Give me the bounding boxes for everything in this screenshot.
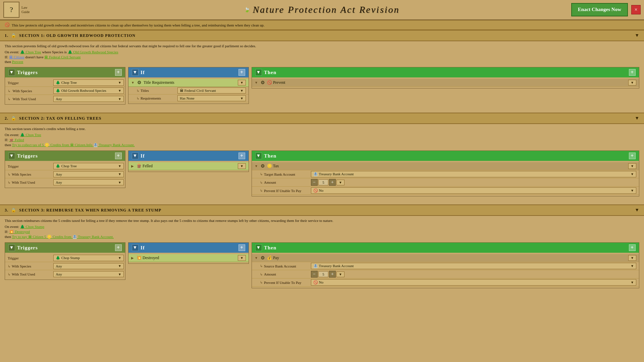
topbar: ? Law Guide 🍃 Nature Protection Act Revi… — [0, 0, 644, 20]
section-1-event3: then Prevent — [5, 60, 639, 64]
section-2-triggers-add[interactable]: + — [115, 153, 122, 159]
section-2-triggers-label: Triggers — [17, 153, 38, 159]
enact-changes-button[interactable]: Enact Changes Now — [571, 3, 628, 16]
section-2-triggers-panel: ▼ Triggers + Trigger 🌲 Chop Tree ▼ — [5, 150, 125, 188]
section-3-then-sub-2: ↳ Prevent If Unable To Pay 🚫 No ▼ — [252, 279, 639, 287]
section-1-triggers-collapse[interactable]: ▼ — [8, 69, 15, 76]
section-1-then-action-header-0: ▼ ⚙ 🚫 Prevent ▼ — [252, 79, 639, 87]
section-2-triggers-header: ▼ Triggers + — [5, 151, 125, 161]
page-title-area: 🍃 Nature Protection Act Revision — [244, 4, 399, 15]
section-3-then-body: ▼ ⚙ 💰 Pay ▼ ↳ Source Bank Account — [252, 253, 639, 288]
section-2-if-add[interactable]: + — [238, 153, 245, 159]
section-3-stepper-plus[interactable]: + — [329, 271, 336, 278]
section-1-if-sub-val-0-1[interactable]: Has None ▼ — [177, 95, 246, 101]
section-2-title: Section 2: Tax On Felling Trees — [19, 116, 101, 121]
logo-box[interactable]: ? — [3, 2, 19, 18]
section-3-then-add[interactable]: + — [629, 244, 636, 251]
section-3-triggers-add[interactable]: + — [115, 244, 122, 251]
section-3-then-action-dropdown[interactable]: ▼ — [628, 255, 636, 261]
section-2-stepper: − 5 + ▼ — [311, 179, 344, 186]
section-1-trigger-val-2[interactable]: Any ▼ — [53, 96, 124, 102]
scroll-area[interactable]: 🚫 This law protects old growth redwoods … — [0, 20, 644, 362]
section-3-if-cond-label: 💥 Destroyed — [137, 255, 159, 260]
section-3-if-collapse[interactable]: ▼ — [132, 244, 139, 251]
section-2-num: 2. — [5, 116, 8, 121]
section-2-amount-dropdown[interactable]: ▼ — [336, 180, 344, 185]
section-2-if-panel: ▼ If + ▶ 🪵 Felled ▼ — [128, 150, 249, 172]
section-3-if-cond-dropdown[interactable]: ▼ — [238, 255, 246, 261]
section-2-if-collapse[interactable]: ▼ — [132, 153, 139, 159]
section-2-then-add[interactable]: + — [629, 153, 636, 159]
section-1-then-add[interactable]: + — [629, 69, 636, 76]
section-3-triggers-label: Triggers — [17, 245, 38, 251]
section-2-trigger-val-1[interactable]: Any ▼ — [53, 171, 124, 177]
section-1-if-cond-header-0: ▼ ⚙ Title Requirements ▼ — [128, 79, 249, 87]
section-3-trigger-val-1[interactable]: Any ▼ — [53, 263, 124, 269]
section-1-if-cond-dropdown-0[interactable]: ▼ — [238, 80, 246, 85]
section-2-then-collapse[interactable]: ▼ — [255, 153, 262, 159]
dropdown-arrow-0: ▼ — [118, 81, 121, 84]
section-3-then-sub-1: ↳ Amount − 5 + ▼ — [252, 270, 639, 279]
section-3-then-panel: ▼ Then + ▼ ⚙ 💰 Pay ▼ — [252, 242, 639, 288]
section-3-triggers-collapse[interactable]: ▼ — [8, 244, 15, 251]
section-2-then-sub-val-0[interactable]: 🏦 Treasury Bank Account ▼ — [311, 171, 636, 177]
section-3-header[interactable]: 3. 🔒 Section 3: Reimburse Tax When Remov… — [0, 204, 644, 216]
section-3-amount-dropdown[interactable]: ▼ — [336, 272, 344, 277]
section-1-trigger-text-1: 🌲 Old Growth Redwood Species — [56, 88, 106, 93]
section-3-stepper-minus[interactable]: − — [311, 271, 318, 278]
section-2-if-label: If — [141, 153, 145, 159]
section-2-event3: then Try to collect tax of 5 🪙 Credits f… — [5, 143, 639, 147]
section-1-triggers-header: ▼ Triggers + — [5, 67, 125, 77]
section-1-if-add[interactable]: + — [238, 69, 245, 76]
section-2-then-label: Then — [264, 153, 276, 159]
section-1-header[interactable]: 1. 🔒 Section 1: Old Growth Redwood Prote… — [0, 30, 644, 41]
section-1-trigger-val-0[interactable]: 🌲 Chop Tree ▼ — [53, 79, 124, 86]
section-1-desc: This section prevents felling of old gro… — [5, 44, 639, 48]
section-1-if-sub-0-0: ↳ Titles 🏛 Federal Civil Servant ▼ — [128, 87, 249, 95]
section-2-triggers-collapse[interactable]: ▼ — [8, 153, 15, 159]
section-1-if-label: If — [141, 70, 145, 75]
section-2-stepper-minus[interactable]: − — [311, 179, 318, 186]
section-2-then-action-label: 🪙 Tax — [267, 164, 279, 169]
section-2-stepper-plus[interactable]: + — [329, 179, 336, 186]
section-3-then-sub-val-0[interactable]: 🏦 Treasury Bank Account ▼ — [311, 263, 636, 269]
section-1-trigger-row-1: ↳ With Species 🌲 Old Growth Redwood Spec… — [5, 87, 125, 95]
section-1-num: 1. — [5, 33, 8, 38]
section-3-event3: then Try to pay 🏛 Citizen 5 🪙 Credits fr… — [5, 235, 639, 239]
section-3-chevron[interactable]: ▼ — [635, 207, 639, 213]
gear-icon-then-2: ⚙ — [261, 163, 265, 169]
section-1-trigger-row-2: ↳ With Tool Used Any ▼ — [5, 95, 125, 103]
section-3-trigger-val-2[interactable]: Any ▼ — [53, 271, 124, 277]
close-button[interactable]: × — [631, 5, 641, 14]
section-3-then-collapse[interactable]: ▼ — [255, 244, 262, 251]
section-1-if-sub-val-0-0[interactable]: 🏛 Federal Civil Servant ▼ — [177, 87, 246, 94]
section-3-if-header: ▼ If + — [128, 243, 249, 253]
section-2-stepper-val: 5 — [318, 179, 328, 185]
section-2-chevron[interactable]: ▼ — [635, 116, 639, 121]
section-1-body: This section prevents felling of old gro… — [0, 41, 644, 109]
section-1-triggers-body: Trigger 🌲 Chop Tree ▼ ↳ — [5, 77, 125, 104]
section-2-if-cond-dropdown-0[interactable]: ▼ — [238, 163, 246, 169]
section-1-if-collapse[interactable]: ▼ — [132, 69, 139, 76]
section-1-trigger-val-1[interactable]: 🌲 Old Growth Redwood Species ▼ — [53, 87, 124, 94]
section-3-stepper: − 5 + ▼ — [311, 271, 344, 278]
section-2-then-action-dropdown[interactable]: ▼ — [628, 163, 636, 169]
section-2-header[interactable]: 2. 🔒 Section 2: Tax On Felling Trees ▼ — [0, 113, 644, 124]
section-1-chevron[interactable]: ▼ — [635, 33, 639, 38]
section-1-trigger-row-0: Trigger 🌲 Chop Tree ▼ — [5, 79, 125, 87]
section-3-if-label: If — [141, 245, 145, 251]
section-1-then-action-dropdown-0[interactable]: ▼ — [628, 80, 636, 85]
section-3-trigger-val-0[interactable]: 🌲 Chop Stump ▼ — [53, 255, 124, 261]
section-3-then-label: Then — [264, 245, 276, 251]
section-2-trigger-val-0[interactable]: 🌲 Chop Tree ▼ — [53, 163, 124, 169]
section-3-triggers-panel: ▼ Triggers + Trigger 🌲 Chop Stump ▼ — [5, 242, 125, 280]
section-1-then-collapse[interactable]: ▼ — [255, 69, 262, 76]
section-3-then-sub-val-2[interactable]: 🚫 No ▼ — [311, 279, 636, 286]
section-1-triggers-add[interactable]: + — [115, 69, 122, 76]
section-2-trigger-val-2[interactable]: Any ▼ — [53, 179, 124, 185]
section-3-then-action-header-0: ▼ ⚙ 💰 Pay ▼ — [252, 254, 639, 262]
section-3-if-add[interactable]: + — [238, 244, 245, 251]
section-2-then-sub-val-2[interactable]: 🚫 No ▼ — [311, 187, 636, 194]
section-1-if-body: ▼ ⚙ Title Requirements ▼ ↳ Titles — [128, 77, 249, 104]
section-3-desc: This section reimburses citizens the 5 c… — [5, 219, 639, 223]
